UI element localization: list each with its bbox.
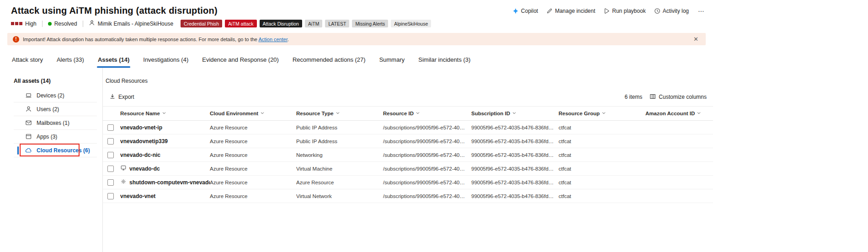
incident-tabs: Attack story Alerts (33) Assets (14) Inv… — [0, 54, 713, 68]
assets-sidebar: All assets (14) Devices (2) Users (2) Ma… — [0, 68, 103, 252]
activity-log-button[interactable]: Activity log — [654, 8, 689, 14]
table-row[interactable]: vnevado-vnet Azure Resource Virtual Netw… — [103, 189, 713, 203]
tag-badge: Attack Disruption — [260, 20, 302, 27]
columns-grid-icon — [650, 93, 656, 101]
status-label: Resolved — [54, 21, 77, 27]
all-assets-title: All assets (14) — [0, 78, 102, 89]
column-header-subscription-id[interactable]: Subscription ID — [471, 111, 559, 116]
tab-assets[interactable]: Assets (14) — [97, 54, 130, 68]
chevron-down-icon — [415, 111, 420, 116]
sidebar-item-devices[interactable]: Devices (2) — [0, 89, 102, 102]
row-checkbox[interactable] — [107, 179, 114, 186]
divider — [42, 21, 43, 27]
tab-similar-incidents[interactable]: Similar incidents (3) — [417, 54, 471, 68]
column-header-resource-type[interactable]: Resource Type — [296, 111, 383, 116]
download-icon — [109, 93, 116, 101]
play-icon — [603, 8, 610, 14]
person-icon — [25, 106, 32, 114]
sidebar-item-cloud-resources[interactable]: Cloud Resources (6) — [0, 144, 102, 157]
chevron-down-icon — [512, 111, 517, 116]
table-row[interactable]: vnevadovnetip339 Azure Resource Public I… — [103, 134, 713, 148]
export-label: Export — [118, 94, 134, 100]
toolbar-right: 6 items Customize columns — [625, 93, 707, 101]
tag-badge: AiTM — [305, 20, 323, 27]
sidebar-item-label: Devices (2) — [37, 92, 64, 99]
sidebar-item-label: Cloud Resources (6) — [37, 147, 90, 154]
incident-tags: Credential Phish AiTM attack Attack Disr… — [181, 20, 431, 27]
table-row[interactable]: vnevado-dc Azure Resource Virtual Machin… — [103, 162, 713, 176]
section-title: Cloud Resources — [103, 78, 713, 84]
row-checkbox[interactable] — [107, 166, 114, 172]
incident-page: Attack using AiTM phishing (attack disru… — [0, 0, 713, 252]
vm-icon — [120, 165, 127, 172]
tab-evidence-response[interactable]: Evidence and Response (20) — [201, 54, 280, 68]
header-actions: Copilot Manage incident Run playbook Act… — [512, 7, 706, 15]
divider — [83, 21, 83, 27]
sidebar-item-apps[interactable]: Apps (3) — [0, 130, 102, 144]
important-icon: ! — [13, 36, 19, 43]
chevron-down-icon — [162, 111, 166, 116]
page-title: Attack using AiTM phishing (attack disru… — [11, 5, 218, 16]
app-window-icon — [25, 133, 32, 141]
row-checkbox[interactable] — [107, 193, 114, 199]
status-badge: Resolved — [48, 21, 77, 27]
page-header: Attack using AiTM phishing (attack disru… — [0, 0, 713, 16]
activity-log-icon — [654, 8, 660, 14]
items-count: 6 items — [625, 94, 643, 100]
run-playbook-button[interactable]: Run playbook — [603, 8, 645, 14]
banner-close-icon[interactable]: ✕ — [692, 36, 700, 43]
pencil-icon — [546, 8, 553, 14]
row-checkbox[interactable] — [107, 124, 114, 131]
attack-disruption-banner: ! Important! Attack disruption has autom… — [7, 33, 706, 45]
column-header-resource-group[interactable]: Resource Group — [559, 111, 645, 116]
chevron-down-icon — [335, 111, 340, 116]
chevron-down-icon — [260, 111, 265, 116]
tab-investigations[interactable]: Investigations (4) — [142, 54, 189, 68]
assignment-label: Mimik Emails - AlpineSkiHouse — [98, 21, 173, 27]
tag-badge: LATEST — [325, 20, 349, 27]
table-toolbar: Export 6 items Customize columns — [103, 91, 713, 103]
resource-name-cell: vnevado-vnet — [120, 193, 210, 199]
tag-badge: AlpineSkiHouse — [391, 20, 431, 27]
manage-incident-button[interactable]: Manage incident — [546, 8, 595, 14]
tab-recommended-actions[interactable]: Recommended actions (27) — [292, 54, 367, 68]
row-checkbox[interactable] — [107, 138, 114, 145]
column-header-resource-id[interactable]: Resource ID — [383, 111, 471, 116]
resource-name-cell: vnevadovnetip339 — [120, 138, 210, 145]
laptop-icon — [25, 92, 32, 100]
assets-content: All assets (14) Devices (2) Users (2) Ma… — [0, 68, 713, 252]
resource-name-cell: vnevado-dc-nic — [120, 152, 210, 158]
chevron-down-icon — [602, 111, 606, 116]
person-icon — [89, 20, 98, 27]
row-checkbox[interactable] — [107, 152, 114, 158]
incident-meta-row: High Resolved Mimik Emails - AlpineSkiHo… — [0, 16, 713, 27]
tag-badge: AiTM attack — [225, 20, 256, 27]
severity-icon — [11, 22, 22, 25]
table-row[interactable]: vnevado-vnet-ip Azure Resource Public IP… — [103, 121, 713, 134]
table-row[interactable]: shutdown-computevm-vnevado-dc Azure Reso… — [103, 176, 713, 189]
resource-name-cell: vnevado-dc — [120, 165, 210, 172]
tab-attack-story[interactable]: Attack story — [11, 54, 44, 68]
banner-text: Important! Attack disruption has automat… — [23, 37, 289, 42]
cloud-resources-panel: Cloud Resources Export 6 items Customize… — [103, 68, 713, 252]
sidebar-item-label: Users (2) — [37, 106, 59, 113]
column-header-resource-name[interactable]: Resource Name — [120, 111, 210, 116]
sidebar-item-mailboxes[interactable]: Mailboxes (1) — [0, 116, 102, 130]
customize-columns-button[interactable]: Customize columns — [650, 93, 707, 101]
tag-badge: Missing Alerts — [352, 20, 388, 27]
column-header-amazon-account-id[interactable]: Amazon Account ID — [645, 111, 716, 116]
status-dot-icon — [48, 22, 52, 26]
copilot-button[interactable]: Copilot — [512, 8, 538, 14]
copilot-icon — [512, 8, 519, 14]
table-header: Resource Name Cloud Environment Resource… — [103, 106, 713, 121]
resource-name-cell: vnevado-vnet-ip — [120, 124, 210, 131]
customize-columns-label: Customize columns — [659, 94, 707, 100]
table-row[interactable]: vnevado-dc-nic Azure Resource Networking… — [103, 148, 713, 162]
export-button[interactable]: Export — [109, 93, 134, 101]
more-options-button[interactable]: ⋯ — [697, 7, 706, 15]
tab-summary[interactable]: Summary — [378, 54, 406, 68]
tab-alerts[interactable]: Alerts (33) — [56, 54, 85, 68]
column-header-cloud-environment[interactable]: Cloud Environment — [210, 111, 296, 116]
action-center-link[interactable]: Action center — [258, 37, 288, 42]
sidebar-item-users[interactable]: Users (2) — [0, 102, 102, 116]
